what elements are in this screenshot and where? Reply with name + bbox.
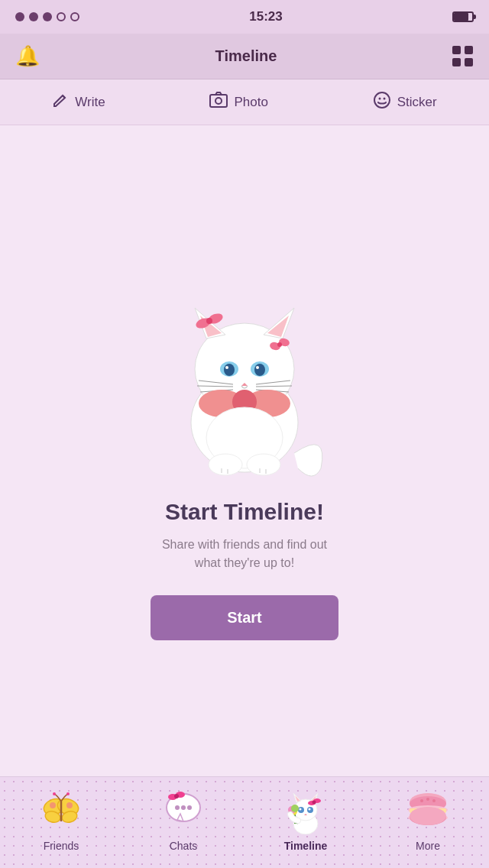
nav-item-more[interactable]: More [367,783,489,852]
post-toolbar: Write Photo Sticker [0,79,489,125]
dot-3 [43,12,52,21]
timeline-label: Timeline [284,840,328,852]
svg-point-65 [313,801,316,805]
battery-fill [454,13,468,21]
start-button[interactable]: Start [151,595,338,640]
sticker-button[interactable]: Sticker [373,91,437,114]
svg-point-20 [254,364,265,376]
cat-illustration [145,262,344,484]
svg-point-52 [181,805,186,810]
svg-point-53 [187,805,192,810]
svg-point-16 [277,342,282,347]
start-description: Share with friends and find outwhat they… [162,536,327,572]
signal-dots [15,12,79,21]
svg-point-21 [225,366,228,369]
nav-item-timeline[interactable]: Timeline [244,783,367,852]
svg-point-22 [256,366,259,369]
grid-icon[interactable] [452,46,474,67]
svg-point-47 [50,802,56,808]
svg-point-56 [174,794,179,798]
photo-label: Photo [234,95,267,110]
nav-item-chats[interactable]: Chats [122,783,244,852]
start-title: Start Timeline! [165,499,324,525]
sticker-icon [373,91,391,114]
page-title: Timeline [215,47,277,65]
dot-1 [15,12,24,21]
header: 🔔 Timeline [0,34,489,79]
timeline-icon-area [279,783,332,837]
svg-point-45 [53,792,56,795]
nav-item-friends[interactable]: Friends [0,783,122,852]
write-icon [52,92,69,113]
main-content: Start Timeline! Share with friends and f… [0,125,489,776]
sticker-label: Sticker [397,95,437,110]
dot-5 [70,12,79,21]
svg-point-69 [309,808,311,811]
photo-button[interactable]: Photo [209,92,267,113]
svg-point-84 [420,799,423,802]
svg-point-76 [291,805,299,812]
status-time: 15:23 [249,9,282,24]
svg-point-19 [224,364,235,376]
svg-point-1 [215,98,222,104]
svg-point-2 [374,92,390,108]
dot-2 [29,12,38,21]
write-label: Write [75,95,105,110]
svg-point-35 [247,454,280,475]
friends-label: Friends [44,840,79,852]
dot-4 [57,12,66,21]
svg-point-46 [66,792,70,795]
svg-point-68 [300,808,302,811]
svg-rect-0 [210,95,227,107]
svg-point-51 [175,805,180,810]
bottom-nav: Friends Chats [0,776,489,868]
svg-point-48 [66,802,73,808]
svg-point-83 [410,807,446,825]
battery-icon [452,11,474,22]
svg-point-4 [383,97,385,99]
svg-point-34 [209,454,242,475]
svg-point-86 [432,799,436,802]
svg-point-85 [426,798,429,801]
svg-point-3 [378,97,381,99]
status-bar: 15:23 [0,0,489,34]
chats-icon-area [157,783,210,837]
photo-icon [209,92,228,113]
more-icon-area [401,783,455,837]
chats-label: Chats [170,840,198,852]
friends-icon-area [34,783,88,837]
svg-point-13 [206,318,212,324]
write-button[interactable]: Write [52,92,105,113]
more-label: More [416,840,440,852]
bell-icon[interactable]: 🔔 [15,44,40,68]
